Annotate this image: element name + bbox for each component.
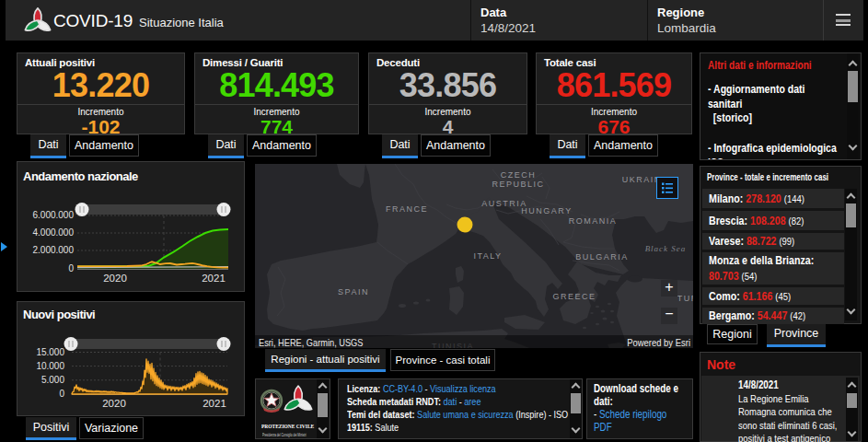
svg-text:5.000: 5.000 bbox=[41, 375, 64, 385]
svg-text:SPAIN: SPAIN bbox=[338, 287, 369, 297]
svg-text:AUSTRIA: AUSTRIA bbox=[481, 199, 527, 208]
svg-text:HUNGARY: HUNGARY bbox=[521, 206, 572, 215]
svg-text:ITALY: ITALY bbox=[473, 251, 502, 261]
svg-text:Black Sea: Black Sea bbox=[645, 244, 687, 253]
svg-text:2021: 2021 bbox=[203, 398, 226, 409]
svg-text:CZECH: CZECH bbox=[501, 170, 537, 180]
svg-text:REPUBLIC: REPUBLIC bbox=[492, 180, 544, 189]
svg-text:10.000: 10.000 bbox=[36, 361, 64, 371]
svg-text:2021: 2021 bbox=[202, 273, 226, 284]
svg-text:2020: 2020 bbox=[103, 273, 127, 284]
svg-text:BULGARIA: BULGARIA bbox=[575, 252, 629, 262]
svg-text:4.000.000: 4.000.000 bbox=[33, 227, 75, 238]
svg-text:0: 0 bbox=[68, 263, 74, 273]
svg-text:GREECE: GREECE bbox=[552, 292, 596, 301]
svg-text:ROMANIA: ROMANIA bbox=[569, 216, 618, 226]
svg-text:2.000.000: 2.000.000 bbox=[33, 245, 75, 255]
svg-text:FRANCE: FRANCE bbox=[386, 204, 428, 214]
svg-text:2020: 2020 bbox=[102, 398, 126, 409]
svg-text:0: 0 bbox=[59, 389, 64, 399]
svg-text:6.000.000: 6.000.000 bbox=[33, 210, 75, 220]
svg-text:TURK: TURK bbox=[677, 294, 693, 303]
svg-text:15.000: 15.000 bbox=[36, 347, 64, 357]
